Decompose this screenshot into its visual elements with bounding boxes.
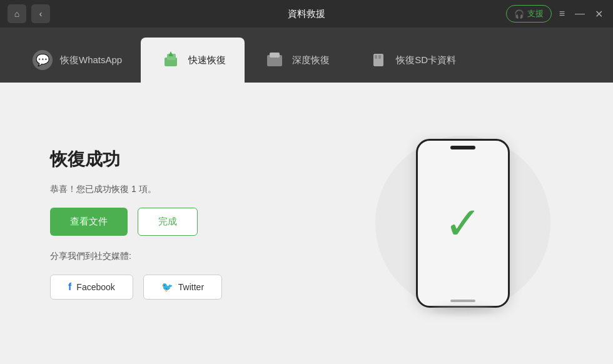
sd-tab-icon [367,49,390,71]
phone-frame: ✓ [416,139,510,308]
quick-tab-icon [160,49,182,71]
facebook-icon: f [68,281,71,293]
close-button[interactable]: ✕ [592,8,605,20]
back-icon: ‹ [39,9,43,19]
tab-sd-label: 恢復SD卡資料 [396,54,456,66]
headphone-icon: 🎧 [514,9,524,19]
tab-deep[interactable]: 深度恢復 [245,38,348,83]
home-button[interactable]: ⌂ [8,4,26,23]
svg-text:💬: 💬 [36,53,50,67]
phone-notch [450,146,475,149]
tab-deep-label: 深度恢復 [292,54,330,66]
title-bar-left: ⌂ ‹ [8,4,50,23]
tab-bar: 💬 恢復WhatsApp 快速恢復 深度恢復 [0,28,613,83]
tab-sd[interactable]: 恢復SD卡資料 [348,38,475,83]
main-content: 恢復成功 恭喜！您已成功恢復 1 項。 查看文件 完成 分享我們到社交媒體: f… [0,83,613,364]
home-icon: ⌂ [14,9,19,19]
phone-illustration: ✓ [416,139,510,308]
phone-shadow [432,305,494,314]
checkmark-icon: ✓ [444,201,482,246]
view-files-button[interactable]: 查看文件 [50,208,128,236]
whatsapp-tab-icon: 💬 [31,49,54,71]
svg-rect-8 [375,55,377,59]
action-buttons: 查看文件 完成 [50,208,363,236]
tab-whatsapp[interactable]: 💬 恢復WhatsApp [13,38,141,83]
tab-quick[interactable]: 快速恢復 [141,38,245,83]
twitter-label: Twitter [178,282,204,292]
left-section: 恢復成功 恭喜！您已成功恢復 1 項。 查看文件 完成 分享我們到社交媒體: f… [50,148,363,300]
share-label: 分享我們到社交媒體: [50,251,363,262]
title-bar-right: 🎧 支援 ≡ — ✕ [506,5,605,23]
twitter-button[interactable]: 🐦 Twitter [143,275,222,300]
svg-rect-6 [270,53,280,58]
title-bar: ⌂ ‹ 資料救援 🎧 支援 ≡ — ✕ [0,0,613,28]
done-button[interactable]: 完成 [138,208,198,236]
tab-whatsapp-label: 恢復WhatsApp [60,54,122,66]
app-title: 資料救援 [288,8,325,20]
support-button[interactable]: 🎧 支援 [506,5,552,23]
right-section: ✓ [363,139,563,308]
twitter-icon: 🐦 [161,281,173,293]
menu-icon[interactable]: ≡ [557,8,567,19]
social-buttons: f Facebook 🐦 Twitter [50,275,363,300]
svg-rect-9 [378,55,381,59]
minimize-button[interactable]: — [572,8,587,19]
success-title: 恢復成功 [50,148,363,171]
success-desc: 恭喜！您已成功恢復 1 項。 [50,184,363,195]
deep-tab-icon [263,49,286,71]
facebook-label: Facebook [76,282,114,292]
back-button[interactable]: ‹ [31,4,50,23]
facebook-button[interactable]: f Facebook [50,275,133,300]
tab-quick-label: 快速恢復 [188,54,226,66]
phone-home-bar [450,300,475,302]
